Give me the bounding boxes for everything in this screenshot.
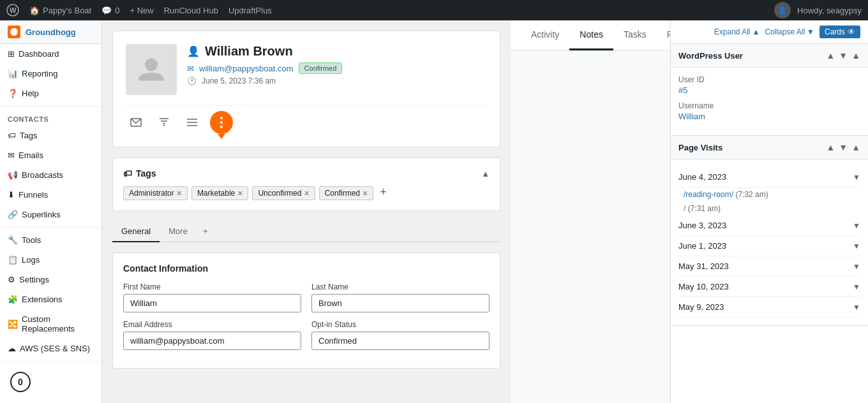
superlinks-icon: 🔗 [8, 210, 18, 219]
settings-label: Settings [19, 275, 49, 284]
help-icon: ❓ [8, 89, 18, 98]
pv-card-collapse-icon[interactable]: ▲ [851, 142, 860, 152]
new-content-link[interactable]: + New [130, 6, 153, 15]
sidebar-item-aws[interactable]: ☁ AWS (SES & SNS) [0, 339, 101, 358]
tools-label: Tools [22, 235, 41, 245]
site-name-link[interactable]: 🏠 Pappy's Boat [29, 6, 91, 15]
tab-tasks[interactable]: Tasks [613, 20, 657, 50]
contact-email-link[interactable]: william@pappysboat.com [199, 64, 294, 73]
sidebar-item-reporting[interactable]: 📊 Reporting [0, 64, 101, 84]
pv-card-up-icon[interactable]: ▲ [826, 142, 835, 152]
tab-activity[interactable]: Activity [521, 20, 569, 50]
page-visits-card-header[interactable]: Page Visits ▲ ▼ ▲ [671, 136, 868, 159]
page-visit-entry: /reading-room/ (7:32 am) [678, 187, 860, 202]
first-name-input[interactable] [123, 294, 301, 312]
page-visit-date-row[interactable]: May 9, 2023 ▼ [678, 297, 860, 318]
username-value: William [678, 112, 860, 121]
send-email-action[interactable] [126, 112, 146, 133]
sidebar-item-superlinks[interactable]: 🔗 Superlinks [0, 205, 101, 224]
contact-actions-bar [126, 105, 487, 134]
tag-item: Confirmed × [319, 186, 374, 200]
email-input[interactable] [123, 332, 301, 350]
sidebar-item-logs[interactable]: 📋 Logs [0, 250, 101, 270]
comments-link[interactable]: 💬 0 [101, 6, 119, 15]
logs-label: Logs [22, 255, 40, 265]
wp-card-up-icon[interactable]: ▲ [826, 50, 835, 61]
tag-remove-button[interactable]: × [363, 189, 368, 198]
page-visit-date-row[interactable]: May 31, 2023 ▼ [678, 256, 860, 277]
wp-card-collapse-icon[interactable]: ▲ [851, 50, 860, 61]
sidebar-item-extensions[interactable]: 🧩 Extensions [0, 289, 101, 309]
tab-files[interactable]: Files [657, 20, 670, 50]
tag-label: Unconfirmed [258, 189, 301, 198]
help-label: Help [22, 89, 39, 98]
wp-card-down-icon[interactable]: ▼ [839, 50, 848, 61]
page-visit-date-row[interactable]: May 10, 2023 ▼ [678, 277, 860, 297]
runcloud-hub-link[interactable]: RunCloud Hub [164, 6, 218, 15]
optin-input[interactable] [311, 332, 490, 350]
last-name-input[interactable] [311, 294, 490, 312]
page-visit-chevron-icon: ▼ [853, 262, 860, 271]
user-avatar[interactable]: 👤 [774, 2, 791, 18]
wp-logo-link[interactable]: W [6, 4, 19, 17]
first-name-label: First Name [123, 282, 301, 291]
filter-action[interactable] [154, 112, 174, 133]
tab-notes[interactable]: Notes [569, 20, 613, 50]
tags-list: Administrator × Marketable × Unconfirmed… [123, 186, 490, 200]
dashboard-icon: ⊞ [8, 49, 15, 59]
tags-icon: 🏷 [8, 131, 16, 140]
collapse-all-button[interactable]: Collapse All ▼ [765, 27, 814, 36]
sidebar-item-tags[interactable]: 🏷 Tags [0, 126, 101, 145]
user-id-field: User ID #5 [678, 75, 860, 95]
page-visit-date-row[interactable]: June 1, 2023 ▼ [678, 236, 860, 256]
tag-remove-button[interactable]: × [237, 189, 243, 198]
activity-content-area [511, 51, 670, 403]
cards-view-button[interactable]: Cards 👁 [819, 26, 860, 38]
svg-text:W: W [10, 6, 17, 14]
tab-general[interactable]: General [112, 221, 160, 242]
svg-point-3 [145, 59, 158, 71]
sidebar-item-settings[interactable]: ⚙ Settings [0, 270, 101, 289]
wordpress-user-card-header[interactable]: WordPress User ▲ ▼ ▲ [671, 44, 868, 68]
tag-remove-button[interactable]: × [304, 189, 309, 198]
tab-more[interactable]: More [160, 221, 197, 242]
svg-point-5 [220, 117, 223, 119]
sidebar-item-custom-replacements[interactable]: 🔀 Custom Replacements [0, 309, 101, 339]
page-visit-date-label: May 31, 2023 [678, 261, 729, 271]
page-visit-chevron-icon: ▼ [853, 282, 860, 291]
custom-replacements-label: Custom Replacements [22, 314, 94, 333]
sidebar-item-help[interactable]: ❓ Help [0, 84, 101, 103]
sidebar-logo[interactable]: Groundhogg [0, 20, 101, 44]
collapse-all-label: Collapse All [765, 27, 805, 36]
cards-label: Cards [825, 27, 845, 36]
page-visit-date-label: May 10, 2023 [678, 282, 729, 291]
tag-remove-button[interactable]: × [177, 189, 182, 198]
contact-section-tabs: General More + [112, 221, 500, 242]
sidebar-item-dashboard[interactable]: ⊞ Dashboard [0, 44, 101, 64]
broadcasts-label: Broadcasts [22, 170, 63, 180]
expand-all-button[interactable]: Expand All ▲ [714, 27, 760, 36]
updraftplus-label: UpdraftPlus [228, 6, 272, 15]
list-action[interactable] [182, 112, 202, 133]
funnels-label: Funnels [19, 190, 48, 200]
page-visit-date-row[interactable]: June 4, 2023 ▼ [678, 167, 860, 187]
broadcasts-icon: 📢 [8, 170, 18, 180]
page-visit-url[interactable]: /reading-room/ [684, 190, 733, 199]
page-visit-url[interactable]: / [684, 204, 685, 213]
tags-card-toggle[interactable]: ▲ [481, 169, 490, 179]
updraftplus-link[interactable]: UpdraftPlus [228, 6, 272, 15]
sidebar-item-emails[interactable]: ✉ Emails [0, 145, 101, 165]
username-label: Username [678, 101, 860, 110]
sidebar-item-broadcasts[interactable]: 📢 Broadcasts [0, 165, 101, 185]
add-section-tab-button[interactable]: + [197, 221, 214, 241]
pv-card-down-icon[interactable]: ▼ [839, 142, 848, 152]
optin-label: Opt-in Status [311, 320, 490, 329]
expand-all-label: Expand All [714, 27, 751, 36]
last-name-field: Last Name [311, 282, 490, 312]
email-field: Email Address [123, 320, 301, 350]
add-tag-button[interactable]: + [377, 186, 389, 200]
more-actions-button[interactable] [210, 111, 233, 134]
sidebar-item-funnels[interactable]: ⬇ Funnels [0, 185, 101, 205]
sidebar-item-tools[interactable]: 🔧 Tools [0, 230, 101, 250]
page-visit-date-row[interactable]: June 3, 2023 ▼ [678, 216, 860, 236]
